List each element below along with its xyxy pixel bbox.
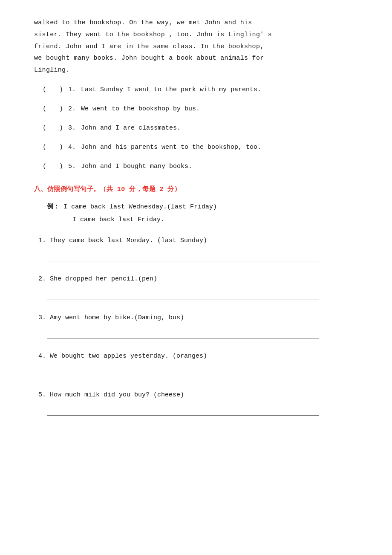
writing-item-2-text: 2. She dropped her pencil.(pen) bbox=[38, 273, 358, 286]
writing-num-5: 5. bbox=[38, 391, 46, 399]
section-title: 八、仿照例句写句子。（共 10 分，每题 2 分） bbox=[34, 185, 358, 193]
tf-text-5: John and I bought many books. bbox=[81, 161, 358, 172]
answer-line-1 bbox=[47, 252, 319, 261]
tf-item-1: ( ) 1. Last Sunday I went to the park wi… bbox=[43, 84, 358, 95]
writing-item-2: 2. She dropped her pencil.(pen) bbox=[38, 273, 358, 300]
writing-item-5-text: 5. How much milk did you buy? (cheese) bbox=[38, 389, 358, 402]
writing-item-1: 1. They came back last Monday. (last Sun… bbox=[38, 235, 358, 262]
passage-line-5: Lingling. bbox=[34, 66, 70, 74]
example-block: 例： I came back last Wednesday.(last Frid… bbox=[47, 201, 358, 226]
writing-content-2: She dropped her pencil.(pen) bbox=[50, 275, 157, 283]
passage-line-3: friend. John and I are in the same class… bbox=[34, 43, 264, 50]
tf-item-3: ( ) 3. John and I are classmates. bbox=[43, 122, 358, 134]
tf-paren-2: ( ) bbox=[43, 103, 68, 115]
tf-num-2: 2. bbox=[68, 103, 81, 115]
example-label: 例： bbox=[47, 203, 60, 211]
passage-text: walked to the bookshop. On the way, we m… bbox=[34, 17, 358, 76]
tf-text-2: We went to the bookshop by bus. bbox=[81, 103, 358, 115]
writing-content-5: How much milk did you buy? (cheese) bbox=[50, 391, 184, 399]
tf-item-4: ( ) 4. John and his parents went to the … bbox=[43, 142, 358, 153]
writing-item-3: 3. Amy went home by bike.(Daming, bus) bbox=[38, 312, 358, 339]
tf-num-4: 4. bbox=[68, 142, 81, 153]
writing-item-1-text: 1. They came back last Monday. (last Sun… bbox=[38, 235, 358, 247]
passage-line-4: we bought many books. John bought a book… bbox=[34, 55, 264, 62]
tf-text-4: John and his parents went to the booksho… bbox=[81, 142, 358, 153]
writing-content-4: We bought two apples yesterday. (oranges… bbox=[50, 353, 207, 360]
tf-num-3: 3. bbox=[68, 122, 81, 134]
answer-line-3 bbox=[47, 329, 319, 338]
answer-line-5 bbox=[47, 406, 319, 416]
writing-num-4: 4. bbox=[38, 353, 46, 360]
writing-num-2: 2. bbox=[38, 275, 46, 283]
example-original: I came back last Wednesday.(last Friday) bbox=[63, 203, 217, 211]
answer-line-4 bbox=[47, 368, 319, 377]
tf-paren-5: ( ) bbox=[43, 161, 68, 172]
writing-item-5: 5. How much milk did you buy? (cheese) bbox=[38, 389, 358, 416]
tf-item-2: ( ) 2. We went to the bookshop by bus. bbox=[43, 103, 358, 115]
tf-item-5: ( ) 5. John and I bought many books. bbox=[43, 161, 358, 172]
writing-item-4: 4. We bought two apples yesterday. (oran… bbox=[38, 350, 358, 377]
example-original-line: 例： I came back last Wednesday.(last Frid… bbox=[47, 201, 358, 214]
answer-line-2 bbox=[47, 291, 319, 300]
tf-paren-1: ( ) bbox=[43, 84, 68, 95]
true-false-list: ( ) 1. Last Sunday I went to the park wi… bbox=[43, 84, 358, 172]
example-answer: I came back last Friday. bbox=[72, 216, 164, 223]
writing-num-3: 3. bbox=[38, 314, 46, 321]
writing-content-3: Amy went home by bike.(Daming, bus) bbox=[50, 314, 184, 321]
passage-line-1: walked to the bookshop. On the way, we m… bbox=[34, 19, 252, 26]
tf-num-5: 5. bbox=[68, 161, 81, 172]
tf-paren-3: ( ) bbox=[43, 122, 68, 134]
tf-text-1: Last Sunday I went to the park with my p… bbox=[81, 84, 358, 95]
tf-paren-4: ( ) bbox=[43, 142, 68, 153]
tf-num-1: 1. bbox=[68, 84, 81, 95]
writing-num-1: 1. bbox=[38, 237, 46, 244]
writing-item-3-text: 3. Amy went home by bike.(Daming, bus) bbox=[38, 312, 358, 324]
writing-exercises: 1. They came back last Monday. (last Sun… bbox=[38, 235, 358, 416]
writing-item-4-text: 4. We bought two apples yesterday. (oran… bbox=[38, 350, 358, 363]
passage-line-2: sister. They went to the bookshop , too.… bbox=[34, 31, 272, 38]
tf-text-3: John and I are classmates. bbox=[81, 122, 358, 134]
writing-content-1: They came back last Monday. (last Sunday… bbox=[50, 237, 207, 244]
example-answer-line: I came back last Friday. bbox=[72, 214, 358, 226]
